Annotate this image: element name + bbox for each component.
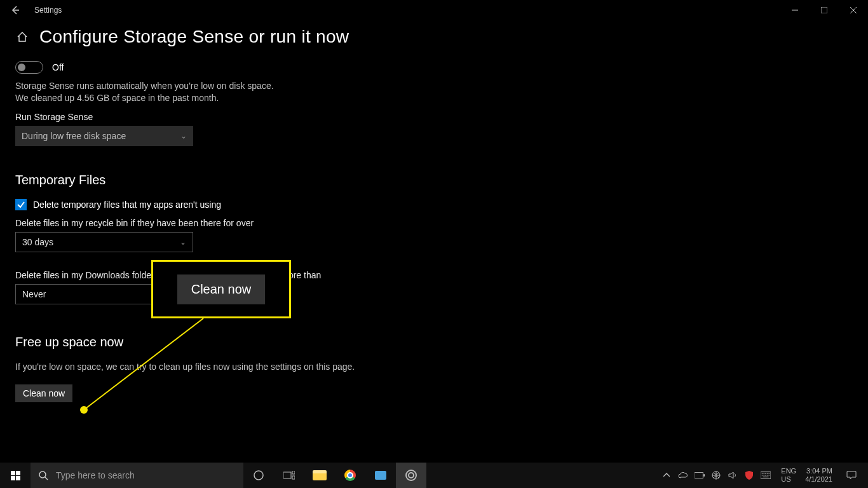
keyboard-icon — [761, 471, 771, 479]
free-space-heading: Free up space now — [15, 335, 853, 349]
checkmark-icon — [17, 200, 25, 209]
chevron-down-icon: ⌄ — [180, 132, 187, 140]
window-close-button[interactable] — [839, 0, 868, 20]
content-area: Configure Storage Sense or run it now Of… — [0, 20, 868, 402]
chevron-up-icon — [663, 472, 670, 478]
action-center-button[interactable] — [839, 463, 864, 488]
free-space-description: If you're low on space, we can try to cl… — [15, 361, 371, 373]
cortana-button[interactable] — [243, 463, 274, 488]
svg-rect-6 — [292, 471, 295, 474]
callout-overlay: Clean now — [151, 260, 291, 318]
globe-icon — [712, 471, 721, 480]
home-button[interactable] — [15, 30, 29, 44]
recycle-value: 30 days — [22, 237, 53, 247]
shield-icon — [745, 471, 753, 480]
keyboard-tray[interactable] — [761, 470, 771, 480]
chevron-down-icon: ⌄ — [180, 238, 186, 247]
start-button[interactable] — [0, 463, 31, 488]
speaker-icon — [728, 471, 737, 480]
svg-rect-5 — [283, 472, 291, 478]
network-tray[interactable] — [711, 470, 721, 480]
file-explorer-taskbar[interactable] — [304, 463, 335, 488]
cloud-icon — [678, 471, 688, 479]
storage-sense-description: Storage Sense runs automatically when yo… — [15, 80, 288, 104]
downloads-label: Delete files in my Downloads folder if t… — [15, 270, 853, 280]
notification-icon — [846, 471, 857, 480]
chrome-icon — [344, 470, 356, 481]
temp-files-heading: Temporary Files — [15, 173, 853, 187]
svg-point-4 — [254, 471, 263, 480]
app-taskbar[interactable] — [365, 463, 396, 488]
clock-button[interactable]: 3:04 PM 4/1/2021 — [805, 467, 832, 483]
onedrive-tray[interactable] — [678, 470, 688, 480]
file-explorer-icon — [313, 470, 327, 480]
schedule-label: Run Storage Sense — [15, 112, 853, 122]
schedule-value: During low free disk space — [22, 131, 126, 141]
svg-rect-7 — [292, 476, 295, 479]
battery-icon — [695, 472, 705, 478]
recycle-dropdown[interactable]: 30 days ⌄ — [15, 232, 193, 252]
window-minimize-button[interactable] — [780, 0, 810, 20]
battery-tray[interactable] — [695, 470, 705, 480]
schedule-dropdown[interactable]: During low free disk space ⌄ — [15, 126, 193, 146]
language-indicator[interactable]: ENG US — [781, 467, 796, 483]
titlebar: Settings — [0, 0, 868, 20]
svg-rect-8 — [375, 471, 386, 480]
taskbar: Type here to search — [0, 463, 868, 488]
lang-top: ENG — [781, 467, 796, 475]
delete-temp-checkbox[interactable] — [15, 199, 27, 210]
tray-overflow-button[interactable] — [661, 470, 672, 480]
back-arrow-icon — [10, 5, 20, 15]
task-view-icon — [283, 471, 295, 480]
recycle-label: Delete files in my recycle bin if they h… — [15, 218, 853, 228]
page-title: Configure Storage Sense or run it now — [39, 27, 349, 47]
clock-time: 3:04 PM — [805, 467, 832, 475]
taskbar-search[interactable]: Type here to search — [31, 463, 243, 488]
gear-icon — [405, 470, 417, 481]
window-maximize-button[interactable] — [810, 0, 839, 20]
toggle-state-label: Off — [52, 62, 64, 72]
callout-clean-now-button[interactable]: Clean now — [177, 274, 266, 304]
home-icon — [16, 30, 29, 43]
delete-temp-label: Delete temporary files that my apps aren… — [33, 200, 221, 210]
svg-point-3 — [39, 471, 46, 478]
svg-rect-9 — [695, 473, 703, 478]
generic-app-icon — [374, 470, 387, 480]
maximize-icon — [821, 7, 827, 13]
search-placeholder: Type here to search — [56, 470, 135, 480]
back-button[interactable] — [0, 0, 31, 20]
storage-sense-toggle[interactable] — [15, 61, 43, 74]
cortana-icon — [253, 470, 264, 481]
security-tray[interactable] — [744, 470, 754, 480]
clock-date: 4/1/2021 — [805, 475, 832, 484]
close-icon — [850, 7, 857, 13]
svg-rect-0 — [821, 7, 827, 13]
task-view-button[interactable] — [274, 463, 304, 488]
lang-bottom: US — [781, 475, 796, 484]
clean-now-button[interactable]: Clean now — [15, 384, 72, 402]
settings-taskbar[interactable] — [396, 463, 426, 488]
chrome-taskbar[interactable] — [335, 463, 365, 488]
svg-point-2 — [80, 406, 88, 414]
search-icon — [38, 470, 48, 480]
toggle-knob — [18, 64, 25, 71]
minimize-icon — [792, 7, 798, 13]
svg-rect-10 — [704, 474, 705, 477]
windows-logo-icon — [11, 471, 20, 480]
downloads-value: Never — [22, 289, 46, 299]
volume-tray[interactable] — [728, 470, 738, 480]
app-title: Settings — [34, 6, 62, 15]
